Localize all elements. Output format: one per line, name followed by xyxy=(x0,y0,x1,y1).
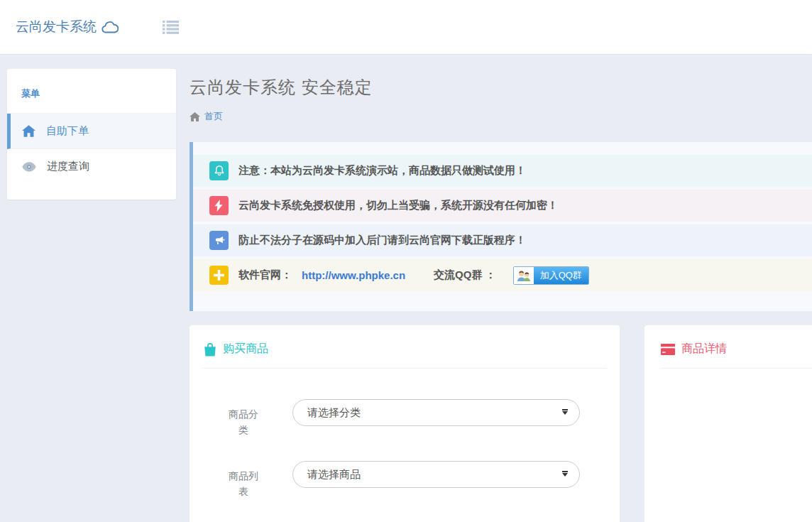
top-header: 云尚发卡系统 xyxy=(0,0,812,55)
bullhorn-icon xyxy=(209,231,229,250)
eye-icon xyxy=(22,162,36,172)
product-select[interactable]: 请选择商品 xyxy=(292,461,580,488)
cloud-icon xyxy=(102,21,119,33)
bell-icon xyxy=(209,161,229,180)
detail-card-title: 商品详情 xyxy=(681,342,727,357)
notice-text: 注意：本站为云尚发卡系统演示站，商品数据只做测试使用！ xyxy=(238,164,526,178)
notice-panel: 注意：本站为云尚发卡系统演示站，商品数据只做测试使用！ 云尚发卡系统免授权使用，… xyxy=(190,142,812,311)
home-icon xyxy=(22,125,35,137)
notice-row: 防止不法分子在源码中加入后门请到云尚官网下载正版程序！ xyxy=(193,224,812,256)
notice-row: 云尚发卡系统免授权使用，切勿上当受骗，系统开源没有任何加密！ xyxy=(193,190,812,222)
credit-card-icon xyxy=(661,344,675,355)
notice-row: 软件官网：http://www.phpke.cn 交流QQ群 ： 加入QQ群 xyxy=(193,259,812,291)
breadcrumb-home-link[interactable]: 首页 xyxy=(204,110,223,123)
notice-row: 注意：本站为云尚发卡系统演示站，商品数据只做测试使用！ xyxy=(193,155,812,187)
bolt-icon xyxy=(209,196,229,215)
official-site-link[interactable]: http://www.phpke.cn xyxy=(302,269,405,281)
sidebar-toggle-button[interactable] xyxy=(163,21,179,34)
product-select-value: 请选择商品 xyxy=(307,468,361,482)
app-logo[interactable]: 云尚发卡系统 xyxy=(16,18,119,36)
list-icon xyxy=(163,21,179,34)
category-label: 商品分类 xyxy=(228,399,259,437)
qq-group-label: 交流QQ群 ： xyxy=(434,268,496,282)
main-content: 云尚发卡系统 安全稳定 首页 注意：本站为云尚发卡系统演示站，商品数据只做测试使… xyxy=(190,55,812,522)
cards-row: 购买商品 商品分类 请选择分类 商品列表 请选择商品 xyxy=(190,325,812,522)
sidebar-item-label: 自助下单 xyxy=(46,124,89,138)
buy-form: 商品分类 请选择分类 商品列表 请选择商品 商品单价 xyxy=(190,369,620,522)
sidebar-item-label: 进度查询 xyxy=(47,160,89,173)
qq-group-avatar-icon xyxy=(514,267,534,284)
shopping-bag-icon xyxy=(204,342,216,357)
notice-text: 防止不法分子在源码中加入后门请到云尚官网下载正版程序！ xyxy=(238,234,526,247)
category-select[interactable]: 请选择分类 xyxy=(292,399,580,426)
buy-card-header: 购买商品 xyxy=(190,325,620,368)
plus-icon xyxy=(209,266,229,285)
home-icon xyxy=(190,112,200,121)
join-qq-group-button[interactable]: 加入QQ群 xyxy=(513,266,589,285)
product-label: 商品列表 xyxy=(228,461,259,499)
sidebar-menu-title: 菜单 xyxy=(7,73,176,114)
sidebar-item-self-order[interactable]: 自助下单 xyxy=(7,114,176,149)
detail-card-header: 商品详情 xyxy=(644,325,812,368)
notice-text: 云尚发卡系统免授权使用，切勿上当受骗，系统开源没有任何加密！ xyxy=(238,199,558,212)
divider xyxy=(661,368,812,369)
app-title: 云尚发卡系统 xyxy=(16,18,97,36)
page-title: 云尚发卡系统 安全稳定 xyxy=(190,76,812,99)
buy-product-card: 购买商品 商品分类 请选择分类 商品列表 请选择商品 xyxy=(190,325,620,522)
form-row-product: 商品列表 请选择商品 xyxy=(190,461,620,499)
chevron-down-icon xyxy=(562,473,568,477)
notice-text-prefix: 软件官网： xyxy=(238,268,292,282)
join-qq-group-button-label: 加入QQ群 xyxy=(534,267,588,284)
sidebar: 菜单 自助下单 进度查询 xyxy=(7,69,176,200)
product-detail-card: 商品详情 xyxy=(644,325,812,522)
chevron-down-icon xyxy=(562,411,568,415)
buy-card-title: 购买商品 xyxy=(223,342,268,357)
category-select-value: 请选择分类 xyxy=(307,406,361,420)
form-row-category: 商品分类 请选择分类 xyxy=(190,399,620,437)
sidebar-item-progress-query[interactable]: 进度查询 xyxy=(7,149,176,184)
breadcrumb: 首页 xyxy=(190,110,812,123)
